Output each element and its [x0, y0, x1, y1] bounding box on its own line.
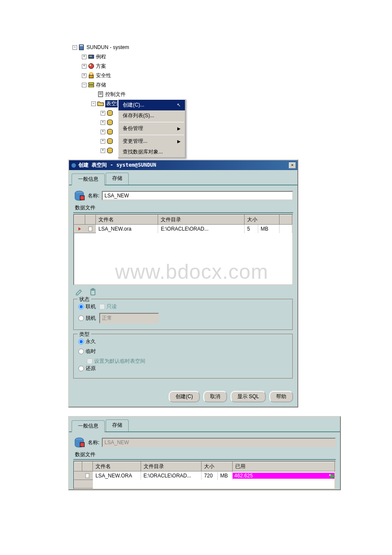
tree-node-root[interactable]: − SUNDUN - system: [68, 43, 324, 52]
tree-label: SUNDUN - system: [86, 44, 129, 50]
svg-point-18: [72, 163, 76, 168]
menu-item-find[interactable]: 查找数据库对象...: [118, 147, 185, 157]
menu-label: 查找数据库对象...: [123, 148, 163, 156]
tree-node-instance[interactable]: + 例程: [68, 52, 324, 61]
name-input[interactable]: [102, 191, 293, 200]
radio-temporary[interactable]: 临时: [78, 348, 96, 355]
tree-toggle-icon[interactable]: +: [82, 73, 86, 78]
menu-item-create[interactable]: 创建(C)... ↖: [118, 100, 185, 110]
col-filedir[interactable]: 文件目录: [158, 215, 245, 225]
cell-unit[interactable]: MB: [217, 471, 232, 480]
svg-point-5: [89, 64, 94, 69]
tree-label: 控制文件: [105, 91, 126, 98]
tree-label: 存储: [96, 81, 106, 89]
create-button[interactable]: 创建(C): [169, 391, 200, 402]
datafiles-table: 文件名 文件目录 大小 已用 LSA_NEW.ORA E:\ORACLE\ORA…: [73, 461, 336, 489]
show-sql-button[interactable]: 显示 SQL: [231, 391, 266, 402]
menu-item-save-list[interactable]: 保存列表(S)...: [118, 110, 185, 121]
menu-item-backup[interactable]: 备份管理 ▶: [118, 123, 185, 134]
tree-node-tablespace[interactable]: − 表空间 创建(C)... ↖ 保存列表(S)... 备份管理 ▶ 变更管理.…: [68, 99, 324, 108]
tree-node-child[interactable]: +: [68, 108, 324, 118]
cell-filename[interactable]: LSA_NEW.ORA: [93, 471, 141, 480]
tree-node-child[interactable]: +: [68, 146, 324, 155]
col-size[interactable]: 大小: [244, 215, 279, 225]
delete-icon[interactable]: [89, 288, 97, 296]
radio-permanent[interactable]: 永久: [78, 338, 96, 345]
col-filename[interactable]: 文件名: [96, 215, 158, 225]
cell-filedir[interactable]: E:\ORACLE\ORAD...: [158, 225, 245, 233]
col-size[interactable]: 大小: [202, 462, 233, 471]
tree-node-storage[interactable]: − 存储: [68, 80, 324, 90]
tree-toggle-icon[interactable]: +: [101, 111, 105, 116]
tree-node-control-files[interactable]: 控制文件: [68, 90, 324, 99]
type-title: 类型: [78, 331, 91, 338]
table-row[interactable]: LSA_NEW.ORA E:\ORACLE\ORAD... 720 MB 462…: [75, 471, 335, 480]
menu-item-change[interactable]: 变更管理... ▶: [118, 136, 185, 147]
type-group: 类型 永久 临时 设置为默认临时表空间 还原: [73, 334, 293, 379]
tree-toggle-icon[interactable]: −: [82, 83, 86, 87]
cell-unit[interactable]: MB: [258, 225, 279, 233]
help-button[interactable]: 帮助: [269, 391, 293, 402]
radio-offline[interactable]: 脱机: [78, 315, 96, 322]
app-icon: [71, 162, 77, 168]
name-input-readonly: [102, 438, 336, 447]
menu-separator: [119, 135, 184, 135]
table-row[interactable]: LSA_NEW.ora E:\ORACLE\ORAD... 5 MB: [75, 225, 292, 233]
svg-rect-25: [86, 474, 89, 478]
tree-toggle-icon[interactable]: +: [101, 148, 105, 153]
radio-undo[interactable]: 还原: [78, 365, 96, 372]
svg-rect-8: [89, 83, 94, 84]
col-filename[interactable]: 文件名: [93, 462, 141, 471]
tree-view: − SUNDUN - system + 例程 + 方案 + 安全性 − 存储: [68, 43, 324, 155]
tablespace-item-icon: [107, 147, 113, 154]
name-row: 名称:: [73, 436, 336, 448]
used-value: 462.625: [234, 473, 253, 479]
edit-icon[interactable]: [75, 288, 84, 296]
tree-node-child[interactable]: +: [68, 118, 324, 127]
tree-toggle-icon[interactable]: +: [101, 130, 105, 134]
tree-toggle-icon[interactable]: −: [91, 101, 96, 106]
svg-rect-9: [89, 85, 94, 87]
table-corner: [75, 462, 82, 471]
tab-general[interactable]: 一般信息: [72, 173, 105, 185]
svg-rect-20: [80, 196, 84, 200]
tabs: 一般信息 存储: [69, 170, 297, 185]
col-filedir[interactable]: 文件目录: [141, 462, 201, 471]
cell-filename[interactable]: LSA_NEW.ora: [96, 225, 158, 233]
folder-icon: [97, 100, 104, 107]
tab-general[interactable]: 一般信息: [72, 420, 105, 432]
cancel-button[interactable]: 取消: [203, 391, 227, 402]
tree-toggle-icon[interactable]: +: [101, 120, 105, 125]
cell-size[interactable]: 720: [202, 471, 218, 480]
menu-label: 保存列表(S)...: [123, 112, 154, 119]
tab-storage[interactable]: 存储: [106, 419, 129, 431]
close-button[interactable]: ✕: [289, 162, 296, 168]
table-corner: [75, 215, 85, 225]
radio-online[interactable]: 联机: [78, 303, 96, 310]
tree-label: 安全性: [96, 72, 111, 79]
submenu-arrow-icon: ▶: [177, 139, 181, 144]
tab-storage[interactable]: 存储: [106, 173, 129, 185]
context-menu: 创建(C)... ↖ 保存列表(S)... 备份管理 ▶ 变更管理... ▶ 查…: [118, 99, 186, 158]
cursor-icon: ↖: [177, 102, 181, 108]
col-used[interactable]: 已用: [233, 462, 335, 471]
offline-mode-select: 正常: [99, 313, 159, 324]
tablespace-item-icon: [107, 110, 113, 116]
tree-toggle-icon[interactable]: −: [72, 45, 77, 50]
tree-node-child[interactable]: +: [68, 127, 324, 136]
svg-rect-4: [91, 56, 92, 57]
tree-node-schema[interactable]: + 方案: [68, 61, 324, 71]
datafiles-label: 数据文件: [73, 203, 293, 213]
tree-node-child[interactable]: +: [68, 136, 324, 146]
table-corner: [85, 215, 96, 225]
tree-toggle-icon[interactable]: +: [82, 55, 86, 59]
svg-rect-1: [80, 45, 83, 46]
tree-toggle-icon[interactable]: +: [82, 64, 86, 69]
cell-filedir[interactable]: E:\ORACLE\ORAD...: [141, 471, 201, 480]
schema-icon: [88, 63, 95, 69]
tree-toggle-icon[interactable]: +: [101, 139, 105, 144]
file-icon: [82, 471, 93, 480]
cell-size[interactable]: 5: [244, 225, 258, 233]
database-icon: [78, 44, 85, 51]
tree-node-security[interactable]: + 安全性: [68, 71, 324, 80]
